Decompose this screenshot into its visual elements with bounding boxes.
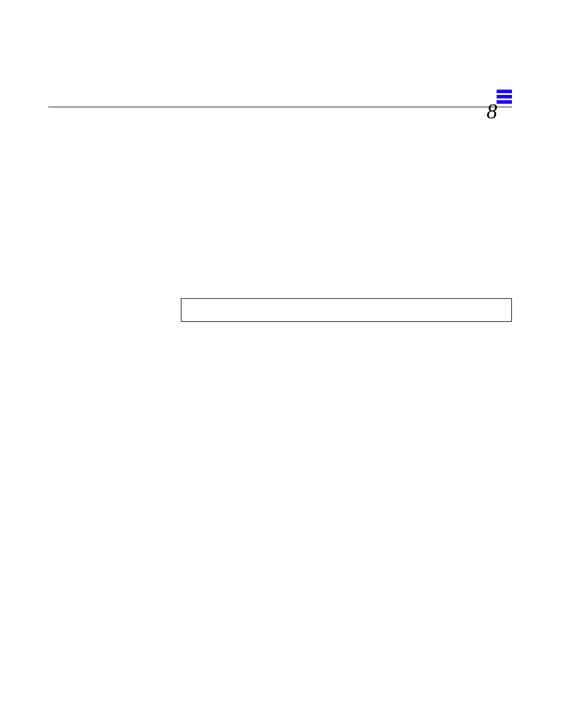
chapter-number: 8 [487,99,497,124]
menu-icon [497,90,512,105]
code-block-empty [181,298,512,322]
header-divider [48,107,512,107]
